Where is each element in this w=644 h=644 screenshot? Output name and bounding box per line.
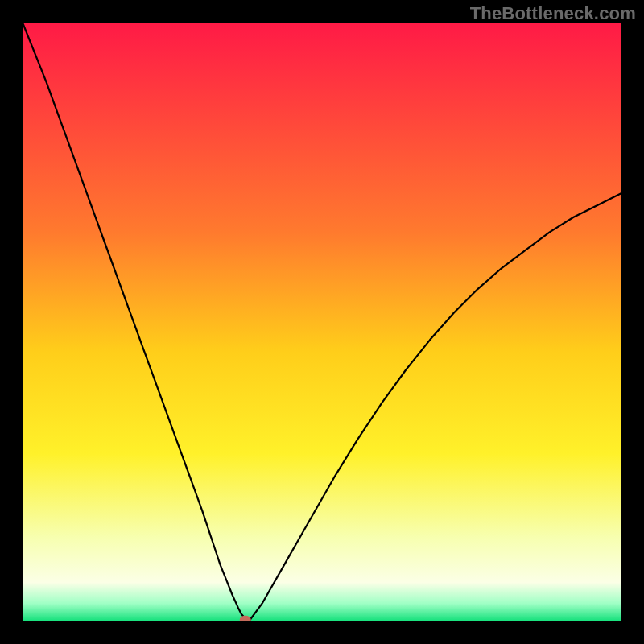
watermark-text: TheBottleneck.com xyxy=(470,3,636,24)
plot-area xyxy=(23,23,621,621)
chart-frame: TheBottleneck.com xyxy=(0,0,644,644)
plot-svg xyxy=(23,23,621,621)
gradient-background xyxy=(23,23,621,621)
